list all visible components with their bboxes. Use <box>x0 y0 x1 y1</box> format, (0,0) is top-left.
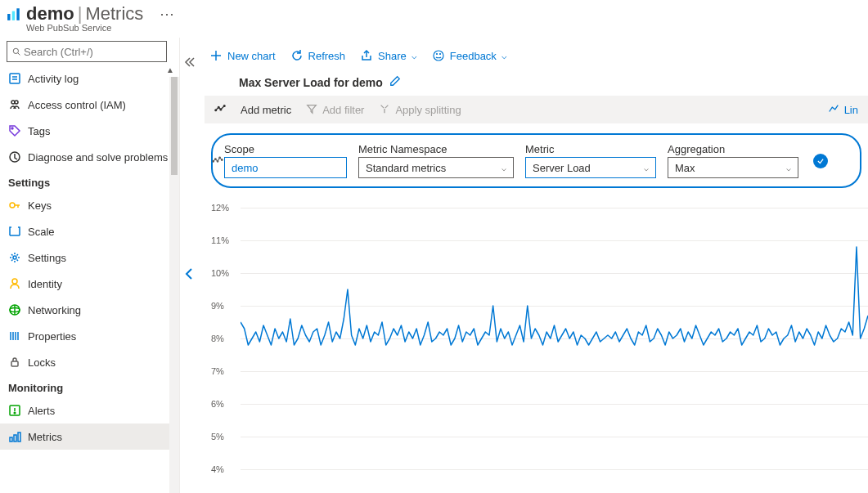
sidebar-item-settings[interactable]: Settings <box>0 244 179 271</box>
aggregation-label: Aggregation <box>668 143 798 155</box>
chart-title: Max Server Load for demo <box>239 76 383 89</box>
svg-point-39 <box>218 106 219 108</box>
sidebar-item-locks[interactable]: Locks <box>0 349 179 375</box>
search-input-wrap[interactable] <box>7 41 167 62</box>
sidebar-item-label: Activity log <box>28 73 79 85</box>
scrollbar-thumb[interactable] <box>171 77 178 175</box>
y-tick-label: 9% <box>211 301 224 311</box>
main-content: New chart Refresh Share ⌵ Feedback ⌵ <box>180 38 868 493</box>
sidebar-item-label: Metrics <box>28 431 62 443</box>
alert-icon <box>8 404 21 417</box>
page-toolbar: New chart Refresh Share ⌵ Feedback ⌵ <box>205 41 868 70</box>
sidebar-item-keys[interactable]: Keys <box>0 192 179 218</box>
chart-type-button[interactable]: Lin <box>828 103 858 117</box>
svg-point-47 <box>215 158 217 159</box>
sidebar-item-label: Keys <box>28 199 52 212</box>
refresh-button[interactable]: Refresh <box>290 49 346 62</box>
y-tick-label: 5% <box>211 432 224 441</box>
new-chart-button[interactable]: New chart <box>209 49 276 62</box>
namespace-label: Metric Namespace <box>358 143 514 155</box>
scope-input[interactable]: demo <box>224 157 347 178</box>
sidebar-item-access-control[interactable]: Access control (IAM) <box>0 92 179 118</box>
sidebar-item-label: Properties <box>28 330 76 343</box>
drag-handle-icon[interactable] <box>212 154 223 168</box>
more-menu-icon[interactable]: ⋯ <box>160 5 174 23</box>
y-tick-label: 11% <box>211 235 229 245</box>
svg-point-41 <box>223 105 225 106</box>
chevron-down-icon: ⌵ <box>786 164 791 173</box>
page-header: demo | Metrics ⋯ <box>0 0 868 25</box>
metric-config-pill: Scope demo Metric Namespace Standard met… <box>211 133 861 188</box>
sidebar-item-label: Alerts <box>28 405 55 417</box>
chevron-down-icon: ⌵ <box>644 164 649 173</box>
panel-collapse-icon[interactable] <box>183 266 195 286</box>
sidebar-item-properties[interactable]: Properties <box>0 323 179 349</box>
chevron-down-icon: ⌵ <box>501 51 507 61</box>
svg-point-3 <box>13 48 18 53</box>
metrics-icon <box>8 430 21 443</box>
smiley-icon <box>432 49 445 62</box>
y-tick-label: 7% <box>211 366 224 376</box>
confirm-icon[interactable] <box>813 154 828 168</box>
share-icon <box>360 49 373 62</box>
sidebar-item-alerts[interactable]: Alerts <box>0 397 179 424</box>
search-input[interactable] <box>24 46 161 58</box>
resource-icon <box>7 7 21 21</box>
add-metric-button[interactable]: Add metric <box>241 104 291 116</box>
svg-point-46 <box>213 160 214 162</box>
sidebar-item-scale[interactable]: Scale <box>0 218 179 244</box>
aggregation-select[interactable]: Max⌵ <box>668 157 798 178</box>
scope-label: Scope <box>224 143 347 155</box>
sidebar-item-label: Scale <box>28 226 55 238</box>
sidebar-item-activity-log[interactable]: Activity log <box>0 65 179 92</box>
svg-point-12 <box>10 203 15 208</box>
svg-point-37 <box>439 54 440 55</box>
metric-handle-icon <box>214 103 226 117</box>
page-title: Metrics <box>85 3 143 25</box>
identity-icon <box>8 277 21 290</box>
svg-point-38 <box>215 109 217 110</box>
svg-line-4 <box>18 53 20 56</box>
line-chart-icon <box>828 103 839 117</box>
svg-point-35 <box>434 51 443 61</box>
filter-icon <box>306 103 317 117</box>
gear-icon <box>8 251 21 264</box>
svg-rect-1 <box>12 11 15 20</box>
diag-icon <box>8 150 21 164</box>
sidebar-item-label: Diagnose and solve problems <box>28 151 168 164</box>
lock-icon <box>8 356 21 369</box>
share-button[interactable]: Share ⌵ <box>360 49 417 62</box>
y-tick-label: 4% <box>211 464 224 474</box>
split-icon <box>379 103 390 117</box>
sidebar-item-tags[interactable]: Tags <box>0 118 179 144</box>
sidebar-group-monitoring: Monitoring <box>0 375 179 397</box>
chevron-down-icon: ⌵ <box>501 164 506 173</box>
resource-name: demo <box>26 3 74 25</box>
svg-point-40 <box>220 109 222 110</box>
sidebar-item-label: Identity <box>28 278 62 290</box>
add-filter-button: Add filter <box>306 103 364 117</box>
namespace-select[interactable]: Standard metrics⌵ <box>358 157 514 178</box>
sidebar-group-settings: Settings <box>0 170 179 192</box>
feedback-button[interactable]: Feedback ⌵ <box>432 49 507 62</box>
edit-icon[interactable] <box>389 75 401 89</box>
sidebar-item-label: Tags <box>28 125 50 137</box>
svg-line-43 <box>381 105 385 108</box>
svg-point-48 <box>217 160 218 162</box>
sidebar-item-identity[interactable]: Identity <box>0 271 179 297</box>
svg-rect-31 <box>18 432 20 441</box>
resource-type: Web PubSub Service <box>0 23 868 33</box>
svg-point-10 <box>11 128 13 129</box>
sidebar-item-metrics[interactable]: Metrics <box>0 424 179 450</box>
metric-label: Metric <box>525 143 656 155</box>
metric-select[interactable]: Server Load⌵ <box>525 157 656 178</box>
sidebar-item-networking[interactable]: Networking <box>0 297 179 323</box>
key-icon <box>8 199 21 212</box>
sidebar-item-diagnose[interactable]: Diagnose and solve problems <box>0 144 179 170</box>
chevron-down-icon: ⌵ <box>412 51 417 61</box>
svg-rect-5 <box>10 74 20 83</box>
iam-icon <box>8 98 21 111</box>
search-icon <box>12 46 20 57</box>
net-icon <box>8 303 21 316</box>
chart-area: 12%11%10%9%8%7%6%5%4% <box>205 208 868 469</box>
